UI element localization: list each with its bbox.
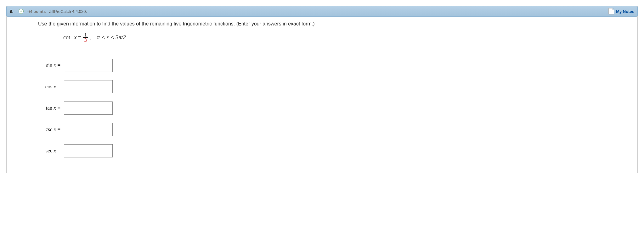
answer-func: csc — [46, 126, 53, 132]
answer-table: sin x = cos x = tan x = csc x = sec x = — [38, 51, 113, 165]
answer-eq: = — [56, 126, 60, 132]
given-comma: , — [90, 34, 92, 41]
source-label: ZillPreCalc5 4.4.020. — [49, 9, 87, 14]
question-header: 9. + –/4 points ZillPreCalc5 4.4.020. My… — [6, 6, 638, 17]
answer-label: sec x = — [38, 144, 64, 158]
given-func: cot — [63, 34, 70, 41]
answer-eq: = — [56, 84, 60, 90]
answer-input-cell — [64, 58, 113, 72]
answer-row: csc x = — [38, 123, 113, 136]
answer-row: tan x = — [38, 101, 113, 115]
answer-input-cell — [64, 123, 113, 136]
my-notes-link[interactable]: My Notes — [616, 9, 634, 14]
points-label: –/4 points — [27, 9, 46, 14]
answer-input-csc[interactable] — [64, 123, 113, 136]
given-fraction: 1 3 — [83, 32, 88, 43]
header-left: 9. + –/4 points ZillPreCalc5 4.4.020. — [10, 9, 87, 14]
header-right: My Notes — [608, 8, 634, 14]
answer-eq: = — [56, 105, 60, 111]
answer-func: cos — [45, 84, 53, 90]
answer-input-cell — [64, 144, 113, 158]
answer-label: cos x = — [38, 80, 64, 94]
given-expression: cot x = 1 3 , π < x < 3π/2 — [63, 32, 606, 43]
answer-tbody: sin x = cos x = tan x = csc x = sec x = — [38, 58, 113, 158]
notes-icon[interactable] — [608, 8, 614, 14]
answer-row: sin x = — [38, 58, 113, 72]
given-interval: π < x < 3π/2 — [97, 34, 126, 41]
answer-label: sin x = — [38, 58, 64, 72]
answer-row: sec x = — [38, 144, 113, 158]
answer-eq: = — [56, 148, 60, 154]
question-prompt: Use the given information to find the va… — [38, 21, 606, 27]
question-body: Use the given information to find the va… — [7, 17, 637, 173]
given-eq: = — [78, 34, 81, 41]
answer-func: sin — [46, 62, 53, 68]
answer-func: tan — [46, 105, 53, 111]
answer-input-sec[interactable] — [64, 144, 113, 157]
answer-input-sin[interactable] — [64, 59, 113, 72]
answer-label: tan x = — [38, 101, 64, 115]
fraction-denominator: 3 — [83, 37, 88, 43]
answer-row: cos x = — [38, 80, 113, 94]
answer-label: csc x = — [38, 123, 64, 136]
question-container: 9. + –/4 points ZillPreCalc5 4.4.020. My… — [6, 6, 638, 173]
answer-input-tan[interactable] — [64, 102, 113, 115]
question-number: 9. — [10, 9, 14, 14]
given-var: x — [74, 34, 77, 41]
answer-eq: = — [56, 62, 60, 68]
answer-input-cell — [64, 80, 113, 94]
expand-icon[interactable]: + — [19, 9, 24, 14]
answer-input-cos[interactable] — [64, 80, 113, 93]
answer-input-cell — [64, 101, 113, 115]
answer-func: sec — [46, 148, 53, 154]
fraction-numerator: 1 — [83, 32, 88, 37]
